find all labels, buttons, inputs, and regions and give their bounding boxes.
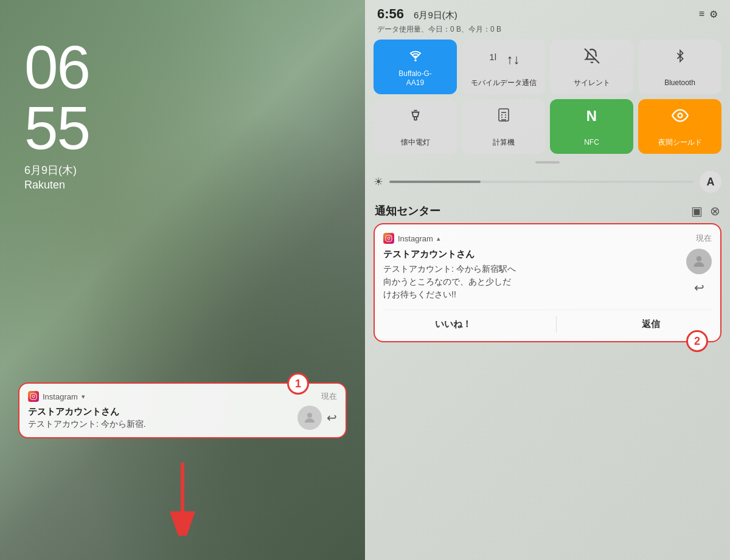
reply-button[interactable]: 返信 xyxy=(624,316,678,333)
tile-night-label: 夜間シールド xyxy=(658,138,702,148)
exp-notif-sender: テストアカウントさん xyxy=(383,249,680,260)
notif-manage-icon[interactable]: ▣ xyxy=(691,204,703,218)
status-icons: ≡ ⚙ xyxy=(699,9,718,20)
chevron-down-icon: ▾ xyxy=(82,393,85,401)
notif-message: テストアカウント: 今から新宿. xyxy=(28,419,146,430)
tile-silent[interactable]: サイレント xyxy=(550,40,633,94)
notif-center-icons: ▣ ⊗ xyxy=(691,204,720,218)
exp-notif-message: テストアカウント: 今から新宿駅へ向かうところなので、あと少しだけお待ちください… xyxy=(383,263,680,301)
status-left: 6:56 6月9日(木) xyxy=(377,6,457,22)
notif-app-name: Instagram xyxy=(43,392,78,401)
brightness-slider[interactable] xyxy=(389,181,693,183)
exp-reply-icon[interactable]: ↩ xyxy=(694,280,704,295)
exp-notif-time: 現在 xyxy=(696,233,712,244)
exp-notif-app: Instagram ▴ xyxy=(383,233,440,244)
tile-mobile-label: モバイルデータ通信 xyxy=(471,78,537,88)
right-content: 6:56 6月9日(木) ≡ ⚙ データ使用量、今日：0 B、今月：0 B xyxy=(365,0,730,560)
notif-time: 現在 xyxy=(321,391,337,402)
exp-app-name: Instagram xyxy=(398,234,433,243)
carrier-line: Rakuten xyxy=(24,179,341,192)
notif-sender: テストアカウントさん xyxy=(28,406,146,418)
tile-nfc-label: NFC xyxy=(584,138,599,148)
nfc-icon: N xyxy=(586,108,597,125)
svg-rect-9 xyxy=(414,117,417,120)
tile-nfc[interactable]: N NFC xyxy=(550,99,633,154)
notif-center-title: 通知センター xyxy=(375,204,440,218)
lockscreen-notification[interactable]: 1 Instagram ▾ 現在 テストアカウントさん テストアカウント: 今か… xyxy=(18,382,347,438)
bluetooth-icon xyxy=(674,48,686,68)
status-bar: 6:56 6月9日(木) ≡ ⚙ xyxy=(365,0,730,24)
data-usage: データ使用量、今日：0 B、今月：0 B xyxy=(365,24,730,40)
calculator-icon xyxy=(496,108,511,126)
badge-2: 2 xyxy=(686,330,708,352)
svg-point-3 xyxy=(307,413,312,418)
tile-calculator[interactable]: 計算機 xyxy=(462,99,545,154)
tile-wifi-label: Buffalo-G-AA19 xyxy=(398,69,431,88)
brightness-row: ☀ A xyxy=(365,166,730,198)
notif-avatar xyxy=(297,406,322,430)
scroll-indicator xyxy=(535,161,560,164)
time-display: 06 55 6月9日(木) Rakuten xyxy=(24,36,341,192)
settings-icon[interactable]: ⚙ xyxy=(709,9,718,20)
exp-notif-right: ↩ xyxy=(686,249,712,301)
tile-bluetooth[interactable]: Bluetooth xyxy=(638,40,721,94)
exp-notif-header: Instagram ▴ 現在 xyxy=(383,233,712,244)
brightness-icon: ☀ xyxy=(374,175,383,188)
left-panel: 06 55 6月9日(木) Rakuten 1 Instagram ▾ 現在 xyxy=(0,0,365,560)
tile-flashlight-label: 懐中電灯 xyxy=(401,138,430,148)
tile-night-shield[interactable]: 夜間シールド xyxy=(638,99,721,154)
tile-calculator-label: 計算機 xyxy=(493,138,515,148)
notif-header: Instagram ▾ 現在 xyxy=(28,391,337,402)
exp-chevron-icon: ▴ xyxy=(437,235,440,243)
exp-notif-actions: いいね！ 返信 xyxy=(383,309,712,333)
notif-app: Instagram ▾ xyxy=(28,391,85,402)
right-panel: 6:56 6月9日(木) ≡ ⚙ データ使用量、今日：0 B、今月：0 B xyxy=(365,0,730,560)
svg-rect-20 xyxy=(386,235,392,241)
font-size-button[interactable]: A xyxy=(700,171,721,193)
reply-icon[interactable]: ↩ xyxy=(327,410,337,425)
svg-point-2 xyxy=(35,395,36,396)
eye-icon xyxy=(672,108,689,126)
svg-point-6 xyxy=(414,59,417,61)
tile-mobile-data[interactable]: 1l ↑↓ モバイルデータ通信 xyxy=(462,40,545,94)
wifi-icon xyxy=(407,48,424,67)
tile-wifi[interactable]: Buffalo-G-AA19 xyxy=(374,40,457,94)
notif-center-header: 通知センター ▣ ⊗ xyxy=(365,198,730,223)
swipe-down-arrow xyxy=(167,463,198,536)
badge-1: 1 xyxy=(287,373,309,395)
action-divider xyxy=(556,316,557,333)
quick-tiles-row2: 懐中電灯 計算機 xyxy=(365,99,730,154)
tile-flashlight[interactable]: 懐中電灯 xyxy=(374,99,457,154)
exp-notif-text: テストアカウントさん テストアカウント: 今から新宿駅へ向かうところなので、あと… xyxy=(383,249,680,301)
signal-icon: 1l ↑↓ xyxy=(487,48,520,67)
svg-rect-0 xyxy=(30,393,36,399)
svg-point-19 xyxy=(678,114,682,118)
time-minute: 55 xyxy=(24,97,341,158)
svg-point-1 xyxy=(32,395,35,398)
instagram-icon xyxy=(28,391,39,402)
svg-point-22 xyxy=(390,237,391,238)
date-carrier: 6月9日(木) Rakuten xyxy=(24,163,341,192)
tile-bluetooth-label: Bluetooth xyxy=(664,78,695,88)
bell-off-icon xyxy=(584,48,600,68)
expanded-notification[interactable]: Instagram ▴ 現在 テストアカウントさん テストアカウント: 今から新… xyxy=(374,223,721,342)
menu-icon: ≡ xyxy=(699,9,704,19)
notif-text: テストアカウントさん テストアカウント: 今から新宿. xyxy=(28,406,146,430)
status-time: 6:56 xyxy=(377,6,404,22)
exp-avatar xyxy=(686,249,712,274)
exp-notif-body: テストアカウントさん テストアカウント: 今から新宿駅へ向かうところなので、あと… xyxy=(383,249,712,301)
status-date: 6月9日(木) xyxy=(414,10,457,21)
tile-silent-label: サイレント xyxy=(574,78,610,88)
notif-body: テストアカウントさん テストアカウント: 今から新宿. ↩ xyxy=(28,406,337,430)
quick-tiles: Buffalo-G-AA19 1l ↑↓ モバイルデータ通信 xyxy=(365,40,730,94)
time-hour: 06 xyxy=(24,36,341,97)
svg-point-23 xyxy=(697,256,702,261)
svg-line-8 xyxy=(585,49,599,63)
svg-point-21 xyxy=(388,237,390,240)
svg-text:1l: 1l xyxy=(490,52,497,62)
exp-instagram-icon xyxy=(383,233,394,244)
date-line: 6月9日(木) xyxy=(24,163,341,178)
svg-rect-11 xyxy=(499,109,509,121)
notif-clear-icon[interactable]: ⊗ xyxy=(710,204,720,218)
like-button[interactable]: いいね！ xyxy=(417,316,490,333)
